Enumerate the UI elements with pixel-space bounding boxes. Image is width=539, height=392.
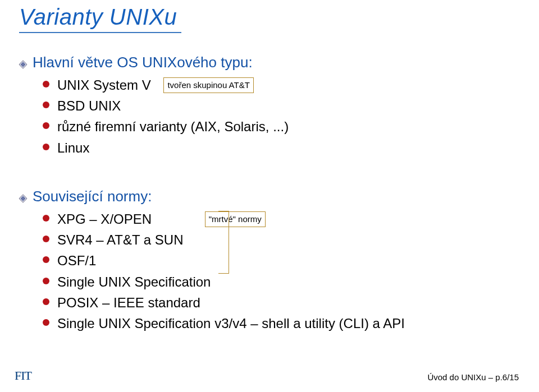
list-item-label: různé firemní varianty (AIX, Solaris, ..… [57,119,289,134]
section-standards: Související normy: XPG – X/OPEN "mrtvé" … [19,188,513,334]
slide-title: Varianty UNIXu [19,4,177,30]
list-item-label: OSF/1 [57,253,96,268]
brace-group-icon [218,211,229,274]
list-item-label: Single UNIX Specification v3/v4 – shell … [57,316,405,331]
list-item: UNIX System V tvořen skupinou AT&T [43,75,513,95]
section-heading: Související normy: [33,188,152,205]
list-item: SVR4 – AT&T a SUN [43,229,513,250]
list-item-label: UNIX System V [57,77,151,93]
list-item: Linux [43,137,513,158]
annotation-box: "mrtvé" normy [205,211,266,227]
footer-page-number: Úvod do UNIXu – p.6/15 [427,372,519,382]
list-item: BSD UNIX [43,95,513,116]
list-item-label: Single UNIX Specification [57,274,211,289]
list-item: Single UNIX Specification [43,271,513,292]
annotation-box: tvořen skupinou AT&T [163,77,253,93]
list-item: POSIX – IEEE standard [43,292,513,313]
list-item-label: Linux [57,140,89,155]
list-item: Single UNIX Specification v3/v4 – shell … [43,313,513,334]
list-item-label: SVR4 – AT&T a SUN [57,232,184,247]
diamond-icon [19,61,27,68]
list-item-label: XPG – X/OPEN [57,211,152,227]
section-heading: Hlavní větve OS UNIXového typu: [33,54,253,71]
list-item: OSF/1 [43,250,513,271]
title-underline [19,32,181,33]
list-item: různé firemní varianty (AIX, Solaris, ..… [43,116,513,137]
footer-logo: FIT [15,368,31,383]
section-main-branches: Hlavní větve OS UNIXového typu: UNIX Sys… [19,54,513,158]
list-item-label: BSD UNIX [57,98,121,113]
list-item-label: POSIX – IEEE standard [57,295,200,310]
list-item: XPG – X/OPEN "mrtvé" normy [43,209,513,229]
diamond-icon [19,195,27,202]
